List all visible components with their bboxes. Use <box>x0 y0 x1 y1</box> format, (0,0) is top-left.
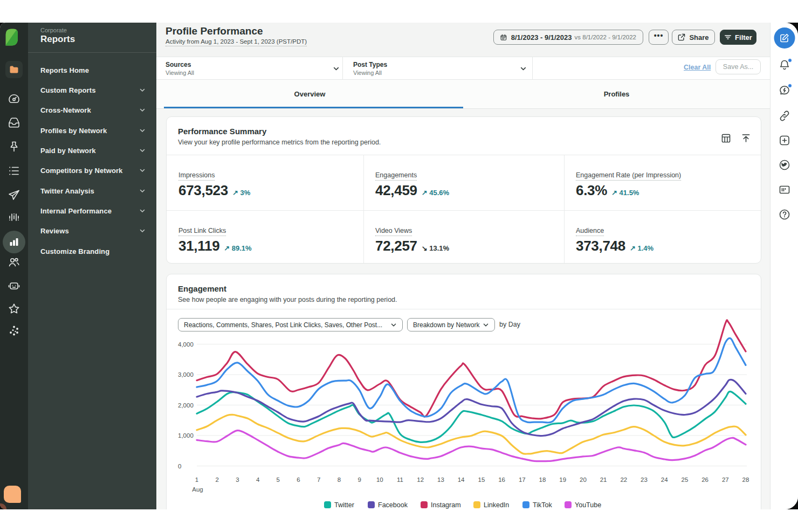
svg-text:17: 17 <box>519 476 526 483</box>
svg-text:5: 5 <box>277 476 280 483</box>
svg-text:1: 1 <box>195 476 198 483</box>
svg-text:15: 15 <box>478 476 485 483</box>
svg-text:2,000: 2,000 <box>178 402 194 409</box>
svg-text:YouTube: YouTube <box>575 501 601 509</box>
svg-text:12: 12 <box>417 476 424 483</box>
svg-text:4,000: 4,000 <box>178 341 194 348</box>
svg-text:25: 25 <box>682 476 689 483</box>
svg-text:2: 2 <box>215 476 218 483</box>
svg-text:18: 18 <box>539 476 546 483</box>
svg-text:4: 4 <box>256 476 260 483</box>
svg-text:9: 9 <box>357 476 361 483</box>
svg-text:Twitter: Twitter <box>334 501 354 509</box>
svg-text:23: 23 <box>641 476 648 483</box>
svg-text:27: 27 <box>722 476 729 483</box>
svg-text:28: 28 <box>742 476 749 483</box>
svg-text:1,000: 1,000 <box>178 432 194 439</box>
svg-text:21: 21 <box>600 476 607 483</box>
svg-text:11: 11 <box>397 476 403 483</box>
svg-text:TikTok: TikTok <box>533 501 552 509</box>
svg-text:13: 13 <box>437 476 444 483</box>
svg-text:14: 14 <box>458 476 465 483</box>
svg-text:0: 0 <box>178 463 181 469</box>
svg-text:Instagram: Instagram <box>431 501 461 509</box>
svg-text:24: 24 <box>661 476 668 483</box>
svg-text:Facebook: Facebook <box>378 501 408 509</box>
svg-text:19: 19 <box>559 476 566 483</box>
svg-text:22: 22 <box>620 476 627 483</box>
svg-text:Aug: Aug <box>192 486 203 493</box>
svg-text:LinkedIn: LinkedIn <box>484 501 509 509</box>
svg-text:10: 10 <box>376 476 383 483</box>
svg-text:6: 6 <box>297 476 300 483</box>
svg-text:16: 16 <box>498 476 505 483</box>
svg-text:7: 7 <box>317 476 320 483</box>
svg-text:26: 26 <box>701 476 708 483</box>
svg-text:3: 3 <box>236 476 239 483</box>
svg-text:20: 20 <box>580 476 587 483</box>
svg-text:3,000: 3,000 <box>178 371 194 378</box>
svg-text:8: 8 <box>338 476 341 483</box>
